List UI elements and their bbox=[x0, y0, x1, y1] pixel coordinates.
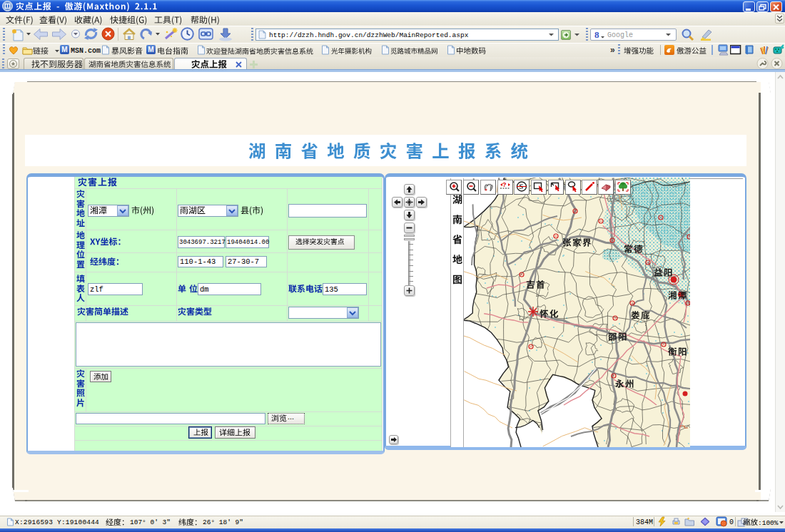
svg-text:?: ? bbox=[502, 181, 507, 188]
